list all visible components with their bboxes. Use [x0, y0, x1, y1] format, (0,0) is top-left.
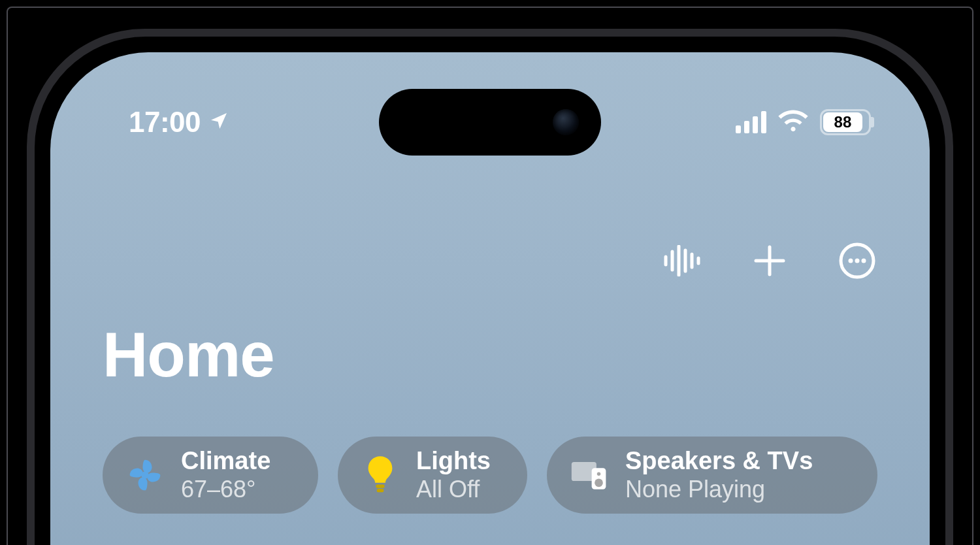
battery-indicator: 88 [820, 109, 871, 135]
phone-device-frame: 17:00 [27, 29, 953, 545]
header-toolbar [662, 242, 877, 282]
battery-percent: 88 [823, 112, 862, 132]
wifi-icon [778, 110, 808, 135]
lights-detail: All Off [416, 476, 491, 503]
speakers-detail: None Playing [625, 476, 813, 503]
svg-point-17 [597, 472, 600, 475]
plus-icon [753, 244, 786, 280]
intercom-button[interactable] [662, 242, 702, 282]
tv-speaker-icon [570, 456, 608, 494]
cellular-signal-icon [736, 111, 766, 133]
climate-card[interactable]: Climate 67–68° [103, 437, 318, 514]
speakers-tvs-card[interactable]: Speakers & TVs None Playing [547, 437, 877, 514]
lightbulb-icon [361, 456, 399, 494]
climate-detail: 67–68° [181, 476, 270, 503]
add-button[interactable] [749, 242, 790, 282]
svg-rect-14 [377, 489, 384, 492]
climate-title: Climate [181, 447, 270, 476]
phone-screen: 17:00 [50, 52, 930, 545]
svg-point-18 [595, 478, 603, 487]
front-camera-icon [553, 109, 579, 135]
location-arrow-icon [208, 110, 229, 134]
speakers-title: Speakers & TVs [625, 447, 813, 476]
status-time: 17:00 [129, 106, 201, 139]
category-cards-row: Climate 67–68° Lights All Off [103, 437, 877, 514]
ellipsis-circle-icon [839, 242, 875, 282]
phone-bezel: 17:00 [35, 37, 945, 545]
page-title: Home [103, 319, 274, 391]
svg-point-9 [849, 259, 853, 263]
dynamic-island [379, 89, 601, 156]
lights-card[interactable]: Lights All Off [338, 437, 527, 514]
lights-title: Lights [416, 447, 491, 476]
fan-icon [126, 456, 164, 494]
waveform-icon [663, 245, 701, 279]
svg-point-11 [862, 259, 866, 263]
svg-rect-13 [376, 484, 384, 487]
more-button[interactable] [837, 242, 877, 282]
svg-point-10 [855, 259, 860, 263]
